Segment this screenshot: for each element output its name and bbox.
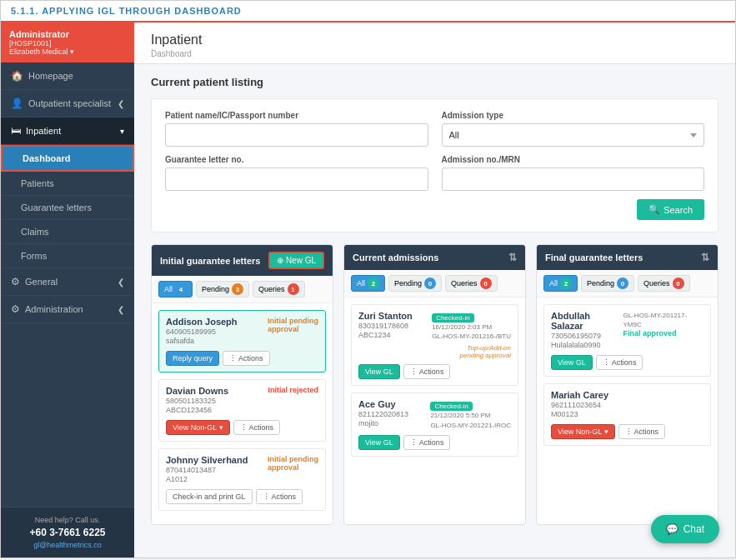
sidebar-item-dashboard[interactable]: Dashboard	[1, 145, 134, 172]
search-icon: 🔍	[648, 204, 660, 215]
patient-name: Abdullah Salazar	[551, 311, 623, 331]
current-admissions-body: Zuri Stanton 830319178608 ABC1234 Checke…	[344, 298, 525, 470]
sidebar-help: Need help? Call us. +60 3-7661 6225 gl@h…	[1, 507, 134, 558]
actions-button[interactable]: ⋮ Actions	[403, 435, 451, 450]
pending-note: Top-up/Add-onpending approval	[358, 344, 511, 359]
patient-actions: View Non-GL ▾ ⋮ Actions	[166, 420, 318, 435]
patient-id2: Hulalalala0990	[551, 341, 623, 349]
patient-id2: ABCD123456	[166, 406, 228, 414]
filter-all-btn[interactable]: All 2	[351, 275, 385, 292]
patient-id2: A1012	[166, 475, 248, 483]
patient-status: Initial pendingapproval	[268, 317, 318, 333]
current-admissions-filters: All 2 Pending 0 Queries 0	[344, 270, 525, 298]
filter-queries-btn[interactable]: Queries 1	[253, 281, 305, 298]
guarantee-letter-input[interactable]	[165, 168, 428, 191]
sidebar-item-guarantee-letters[interactable]: Guarantee letters	[1, 196, 134, 220]
new-gl-button[interactable]: ⊕ New GL	[268, 252, 324, 269]
search-row-1: Patient name/IC/Passport number Admissio…	[165, 111, 704, 147]
sidebar-item-homepage[interactable]: 🏠 Homepage	[1, 62, 134, 90]
checkin-print-button[interactable]: Check-in and print GL	[166, 489, 253, 504]
content-header: Inpatient Dashboard	[134, 22, 735, 64]
view-gl-button[interactable]: View GL	[358, 435, 400, 450]
sidebar-item-general[interactable]: ⚙ General ❮	[1, 268, 134, 296]
admission-type-group: Admission type All	[442, 111, 705, 147]
filter-queries-btn[interactable]: Queries 0	[638, 275, 690, 292]
filter-all-btn[interactable]: All 4	[158, 281, 193, 298]
hosp-id: [HOSP1001]	[9, 39, 126, 48]
patient-id1: 580501183325	[166, 397, 228, 405]
actions-button[interactable]: ⋮ Actions	[256, 489, 303, 504]
initial-gl-filters: All 4 Pending 3 Queries 1	[152, 276, 333, 303]
search-row-2: Guarantee letter no. Admission no./MRN	[165, 155, 704, 191]
chevron-right-icon: ❮	[118, 99, 124, 108]
sidebar-item-patients[interactable]: Patients	[1, 172, 134, 196]
patient-id2: safsafda	[166, 337, 238, 345]
chevron-down-icon: ▾	[120, 127, 124, 136]
patient-card-abdullah: Abdullah Salazar 730506195079 Hulalalala…	[543, 304, 711, 377]
sidebar: Administrator [HOSP1001] Elizabeth Medic…	[1, 22, 134, 558]
sidebar-item-claims[interactable]: Claims	[1, 220, 134, 244]
checked-in-badge: Checked-in	[432, 313, 473, 322]
actions-button[interactable]: ⋮ Actions	[618, 424, 666, 439]
reply-query-button[interactable]: Reply query	[166, 351, 219, 366]
filter-icon[interactable]: ⇅	[508, 252, 517, 263]
view-gl-button[interactable]: View GL	[358, 364, 400, 379]
admission-type-label: Admission type	[442, 111, 705, 120]
filter-pending-btn[interactable]: Pending 3	[196, 281, 249, 298]
view-non-gl-button[interactable]: View Non-GL ▾	[166, 420, 230, 435]
sidebar-item-inpatient[interactable]: 🛏 Inpatient ▾	[1, 118, 134, 145]
inpatient-icon: 🛏	[11, 125, 21, 137]
search-actions: 🔍 Search	[165, 199, 704, 220]
filter-icon[interactable]: ⇅	[701, 252, 709, 263]
admission-type-select[interactable]: All	[442, 123, 705, 147]
sidebar-item-outpatient[interactable]: 👤 Outpatient specialist ❮	[1, 90, 134, 118]
hosp-name: Elizabeth Medical ▾	[9, 48, 126, 56]
actions-button[interactable]: ⋮ Actions	[596, 355, 643, 370]
search-button[interactable]: 🔍 Search	[637, 199, 704, 220]
cards-row: Initial guarantee letters ⊕ New GL All 4	[151, 244, 718, 525]
search-form: Patient name/IC/Passport number Admissio…	[151, 98, 718, 232]
admin-icon: ⚙	[11, 303, 20, 315]
patient-name: Addison Joseph	[166, 317, 238, 327]
patient-card-zuri: Zuri Stanton 830319178608 ABC1234 Checke…	[351, 304, 518, 386]
patient-name-group: Patient name/IC/Passport number	[165, 111, 428, 147]
filter-all-btn[interactable]: All 2	[543, 275, 578, 292]
view-non-gl-button[interactable]: View Non-GL ▾	[551, 424, 615, 439]
filter-queries-btn[interactable]: Queries 0	[445, 275, 498, 292]
help-label: Need help? Call us.	[9, 516, 126, 524]
patient-card-davian: Davian Downs 580501183325 ABCD123456 Ini…	[158, 379, 326, 442]
filter-pending-btn[interactable]: Pending 0	[388, 275, 442, 292]
sidebar-item-administration[interactable]: ⚙ Administration ❮	[1, 296, 134, 323]
admission-no-input[interactable]	[442, 168, 705, 191]
actions-button[interactable]: ⋮ Actions	[403, 364, 451, 379]
patient-id1: 730506195079	[551, 332, 623, 340]
sidebar-item-forms[interactable]: Forms	[1, 244, 134, 268]
view-gl-button[interactable]: View GL	[551, 355, 593, 370]
patient-status: Final approved	[623, 329, 703, 338]
guarantee-letter-label: Guarantee letter no.	[165, 155, 428, 164]
filter-pending-btn[interactable]: Pending 0	[581, 275, 634, 292]
patient-id1: 962111023654	[551, 401, 608, 409]
patient-status: Initial pendingapproval	[268, 455, 318, 472]
actions-button[interactable]: ⋮ Actions	[233, 420, 281, 435]
admission-no-label: Admission no./MRN	[442, 155, 705, 164]
patient-card-mariah: Mariah Carey 962111023654 M00123 View No…	[543, 383, 711, 446]
patient-id1: 830319178608	[358, 322, 413, 330]
final-gl-card: Final guarantee letters ⇅ All 2 Pending …	[536, 244, 718, 525]
main-content: Inpatient Dashboard Current patient list…	[134, 22, 735, 558]
patient-id1: 640905189995	[166, 328, 238, 336]
patient-id2: M00123	[551, 410, 608, 418]
patient-name-input[interactable]	[165, 123, 428, 147]
chat-icon: 💬	[666, 523, 678, 535]
sidebar-user-info: Administrator [HOSP1001] Elizabeth Medic…	[1, 22, 134, 62]
actions-button[interactable]: ⋮ Actions	[223, 351, 270, 366]
page-section-title: 5.1.1. APPLYING IGL THROUGH DASHBOARD	[1, 1, 735, 22]
chevron-right-icon-2: ❮	[118, 278, 124, 287]
chat-button[interactable]: 💬 Chat	[651, 515, 719, 543]
admission-no-group: Admission no./MRN	[442, 155, 705, 191]
patient-card-johnny: Johnny Silverhand 870414013487 A1012 Ini…	[158, 448, 326, 511]
page-title: Inpatient	[151, 32, 718, 48]
gear-icon: ⚙	[11, 276, 20, 288]
patient-name: Ace Guy	[358, 399, 408, 409]
checked-in-badge: Checked-in	[430, 402, 472, 411]
